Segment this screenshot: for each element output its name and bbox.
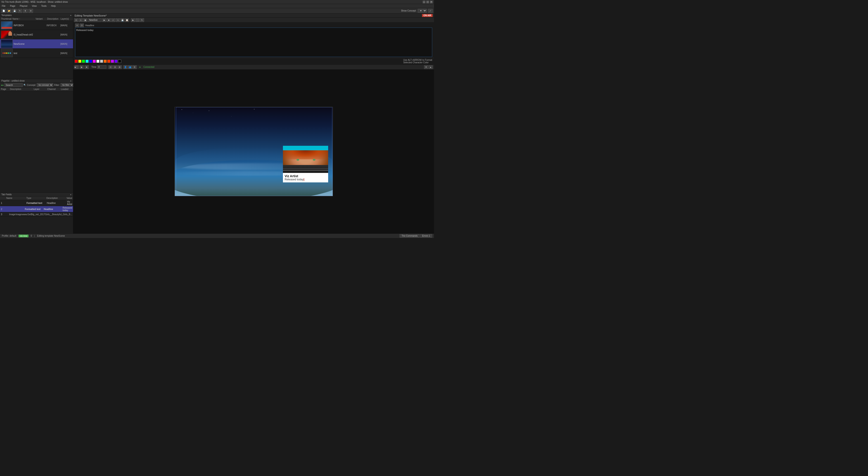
color-swatch-purple[interactable] [111,60,114,63]
editor-icon-3[interactable]: ▣ [83,18,87,22]
editor-btn-save-as[interactable]: 📋 [125,18,129,22]
menu-help[interactable]: Help [50,5,57,7]
time-input[interactable] [97,65,106,69]
tabfields-collapse-icon[interactable]: ▲ [70,194,72,196]
concept-select[interactable]: No concept [37,83,53,87]
transport-grid-1[interactable]: ⊟ [108,65,113,69]
menu-view[interactable]: View [31,5,38,7]
lt-photo [283,150,328,173]
editor-btn-stop2[interactable]: ⬛ [135,18,140,22]
tabfield-row-2[interactable]: 2 Formatted text Headline Released today [0,206,73,212]
toolbar-new[interactable]: 📄 [1,9,6,13]
editor-btn-back[interactable]: ↩ [111,18,115,22]
transport-collapse[interactable]: ▼ [424,65,428,69]
color-swatch-black[interactable] [118,60,121,63]
template-row-infobox[interactable]: INFOBOX INFOBOX [MAIN] [0,21,73,30]
transport-person[interactable]: 👤 [123,65,128,69]
templates-collapse-icon[interactable]: ▲ [70,14,72,16]
col-thumbnail: Thumbnail [1,18,12,20]
template-name-input[interactable] [88,18,101,22]
errors-button[interactable]: Errors 1 [420,234,432,238]
tabfield-row-1[interactable]: 1 Formatted text Headline Viz Artist [0,200,73,206]
thumb-person-icon [8,31,12,36]
text-edit-header: A ⊡ Headline [75,24,432,27]
editor-btn-play[interactable]: ▶ [102,18,106,22]
maximize-button[interactable]: □ [426,1,429,3]
tabfield-row-3[interactable]: 3 Image Image www.GetBig_net_2017Girls__… [0,212,73,217]
editor-btn-animate[interactable]: ▶ [131,18,135,22]
toolbar-up[interactable]: ⬆ [23,9,28,13]
selected-color-label: Selected Character Color [403,61,433,64]
main-layout: Templates ▲ Thumbnail Name ↑ Variant Des… [0,13,434,234]
thumb-infobox-visual [1,22,12,29]
color-swatch-orange[interactable] [103,60,107,63]
tabfields-body: 1 Formatted text Headline Viz Artist 2 F… [0,200,73,234]
transport-grid-3[interactable]: ⊠ [118,65,122,69]
close-button[interactable]: ✕ [430,1,433,3]
col-tf-num [1,197,6,199]
color-swatch-blue[interactable] [89,60,92,63]
toolbar-refresh[interactable]: ↻ [18,9,22,13]
col-channel: Channel [47,88,61,91]
status-message: Editing template NewScene [37,235,397,237]
transport-play-out[interactable]: ▶⬛ [74,65,79,69]
menu-file[interactable]: File [1,5,6,7]
transport-expand[interactable]: ▲ [429,65,433,69]
col-tf-value: Value [66,197,72,199]
editor-btn-save[interactable]: 💾 [120,18,124,22]
transport-play[interactable]: ▶ [80,65,84,69]
toolbar-open[interactable]: 📂 [7,9,11,13]
color-swatch-magenta[interactable] [93,60,96,63]
template-thumb-head2head [1,31,13,39]
lower-third: Viz Artist Released today [283,146,328,182]
transport-grid-2[interactable]: ⊞ [113,65,117,69]
color-swatch-green[interactable] [82,60,85,63]
text-edit-icon1[interactable]: A [75,24,79,27]
color-swatch-lightgray[interactable] [100,60,103,63]
template-layer-newscene: [MAIN] [60,43,72,45]
menu-page[interactable]: Page [9,5,16,7]
color-swatch-cyan[interactable] [86,60,89,63]
editor-icon-1[interactable]: ⊡ [74,18,78,22]
text-content[interactable]: Released today [76,29,93,31]
profile-label: Profile: default [2,235,16,237]
color-swatch-red-orange[interactable] [107,60,111,63]
col-loaded: Loaded [61,88,72,91]
search-input[interactable] [4,83,23,87]
template-table: INFOBOX INFOBOX [MAIN] l3_head2head-ctrl… [0,21,73,79]
template-name-newscene: NewScene [13,43,35,45]
text-edit-area: A ⊡ Headline Released today [73,23,434,58]
menu-playout[interactable]: Playout [19,5,28,7]
col-name[interactable]: Name ↑ [12,18,35,20]
search-icon[interactable]: 🔍 [24,83,26,87]
col-tf-type: Type [27,197,46,199]
editor-btn-refresh[interactable]: ↻ [140,18,144,22]
transport-stop[interactable]: ■ [85,65,89,69]
template-row-test[interactable]: test [MAIN] [0,48,73,58]
color-swatch-violet[interactable] [115,60,118,63]
editor-btn-forward[interactable]: ↪ [116,18,120,22]
show-concept-select[interactable]: ▼ [418,9,427,13]
trio-commands-button[interactable]: Trio Commands [400,234,420,238]
editor-btn-stop[interactable]: ■ [107,18,111,22]
menu-tools[interactable]: Tools [40,5,47,7]
text-edit-icon2[interactable]: ⊡ [80,24,84,27]
titlebar-title: Viz Trio trunk (Build 12096) - MSE: loca… [1,1,68,3]
toolbar-save[interactable]: 💾 [12,9,17,13]
template-row-head2head[interactable]: l3_head2head-ctrl2 [MAIN] [0,30,73,39]
show-concept-expand[interactable]: ⤢ [428,9,433,13]
color-swatch-red[interactable] [74,60,78,63]
template-row-newscene[interactable]: NewScene [MAIN] [0,39,73,48]
transport-settings[interactable]: ⚙ [132,65,136,69]
transport-add-person[interactable]: 👥 [128,65,132,69]
toolbar-settings[interactable]: ⚙ [29,9,33,13]
editor-action-btns: ▶ ■ ↩ ↪ 💾 📋 [102,18,129,22]
star-3 [209,110,209,111]
tf-desc-3: Image [16,213,22,216]
color-swatch-white[interactable] [96,60,99,63]
color-swatch-yellow[interactable] [78,60,82,63]
pagelist-collapse-icon[interactable]: ▲ [70,80,72,82]
minimize-button[interactable]: — [423,1,425,3]
filter-select[interactable]: No filter [61,83,74,87]
editor-icon-2[interactable]: A [79,18,83,22]
